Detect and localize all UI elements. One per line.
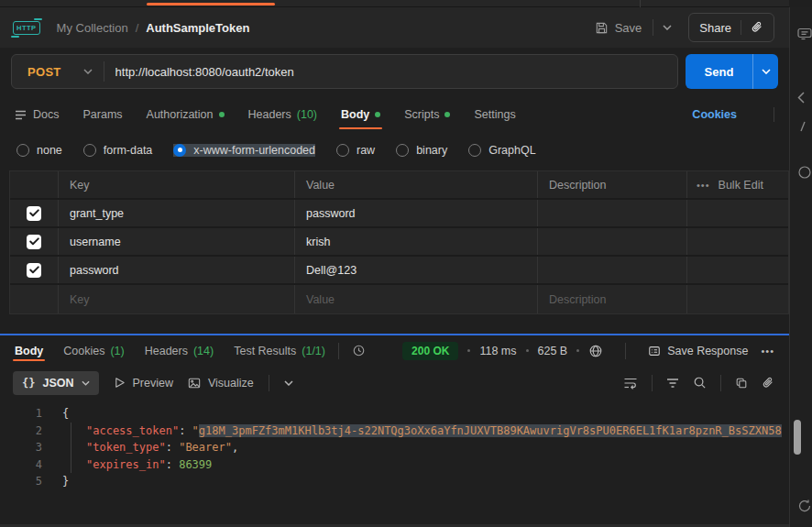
url-bar: POST Send [0,48,789,95]
radio-icon [336,144,349,157]
share-link-icon [751,21,763,34]
format-selector[interactable]: {} JSON [13,371,99,395]
cell-value[interactable]: krish [294,228,537,255]
cell-value[interactable]: Dell@123 [294,257,537,283]
response-tab-cookies[interactable]: Cookies(1) [63,335,124,366]
cell-description[interactable] [537,200,686,226]
network-globe-icon[interactable] [588,344,603,358]
request-tabs: ParamsAuthorizationHeaders(10)BodyScript… [82,95,515,134]
tab-authorization[interactable]: Authorization [147,95,225,134]
tab-count-badge: (1) [110,345,124,357]
response-tabs-divider [338,343,339,359]
tab-strip[interactable] [0,0,789,7]
image-icon [188,377,201,390]
cell-key[interactable]: grant_type [58,200,294,226]
tab-docs[interactable]: Docs [15,108,59,121]
tab-label: Body [341,108,369,121]
send-label[interactable]: Send [686,54,752,89]
visualize-button[interactable]: Visualize [188,377,254,390]
tab-label: Body [15,345,43,357]
more-views-chevron[interactable] [284,380,293,386]
tab-scripts[interactable]: Scripts [404,95,450,134]
response-tab-test-results[interactable]: Test Results(1/1) [234,335,325,366]
send-options-chevron[interactable] [752,54,778,89]
info-circle-icon[interactable] [797,165,812,180]
tab-count-badge: (10) [297,108,317,121]
checkbox-checked[interactable] [27,263,41,278]
share-button[interactable]: Share [688,13,774,42]
radio-icon [16,144,29,157]
tab-headers[interactable]: Headers(10) [248,95,317,134]
header-checkbox-cell [10,171,58,198]
cell-key-placeholder[interactable]: Key [58,285,294,313]
link-icon[interactable] [762,377,774,390]
send-button[interactable]: Send [686,54,778,89]
tab-label: Cookies [63,345,104,357]
radio-icon [396,144,409,157]
cell-description[interactable] [537,257,686,283]
form-row-password: passwordDell@123 [10,257,788,285]
response-more-icon[interactable]: ••• [761,346,774,357]
save-options-chevron[interactable] [653,19,681,36]
body-type-x-www-form-urlencoded[interactable]: x-www-form-urlencoded [173,144,315,157]
collapse-pane-icon[interactable] [797,92,805,104]
cell-description-placeholder[interactable]: Description [537,285,686,313]
copy-icon[interactable] [735,377,748,390]
cell-value[interactable]: password [294,200,537,226]
request-header: HTTP My Collection / AuthSampleToken Sav… [0,7,789,48]
row-checkbox-cell [10,200,58,226]
response-size[interactable]: 625 B [538,345,568,357]
status-badge[interactable]: 200 OK [402,342,458,360]
body-type-form-data[interactable]: form-data [83,144,153,157]
cookies-link[interactable]: Cookies [692,108,737,121]
filter-lines-icon[interactable] [666,378,679,389]
save-button[interactable]: Save [595,21,642,35]
line-content: } [62,473,69,490]
save-response-button[interactable]: Save Response [648,345,748,357]
cell-key[interactable]: password [58,257,294,283]
url-field[interactable] [104,65,677,79]
tab-settings[interactable]: Settings [474,95,515,134]
search-icon[interactable] [693,376,707,390]
code-snippet-icon[interactable] [797,121,808,132]
save-icon [595,21,609,35]
more-horizontal-icon: ••• [697,180,710,191]
breadcrumb-collection[interactable]: My Collection [57,21,128,35]
body-type-selector: noneform-datax-www-form-urlencodedrawbin… [0,134,789,166]
comments-icon[interactable] [797,27,812,40]
cell-description[interactable] [537,228,686,255]
toolbar-divider [269,375,269,391]
line-number: 2 [0,423,42,440]
docs-label: Docs [33,108,59,121]
modified-dot-icon [444,112,450,117]
cell-end [686,200,788,226]
body-type-graphql[interactable]: GraphQL [468,144,535,157]
form-row-placeholder: KeyValueDescription [10,285,788,313]
response-time[interactable]: 118 ms [479,345,516,357]
body-type-none[interactable]: none [16,144,62,157]
cell-key[interactable]: username [58,228,294,255]
radio-label: binary [416,144,447,157]
radio-label: raw [357,144,375,157]
history-clock-icon[interactable] [352,344,366,357]
breadcrumb-request-name[interactable]: AuthSampleToken [146,21,249,35]
body-type-raw[interactable]: raw [336,144,375,157]
body-type-binary[interactable]: binary [396,144,447,157]
method-selector[interactable]: POST [12,55,104,88]
wrap-text-icon[interactable] [623,377,638,390]
scrollbar-thumb[interactable] [794,420,801,455]
preview-button[interactable]: Preview [114,377,173,390]
tab-label: Settings [474,108,515,121]
refresh-circle-icon[interactable] [797,499,812,513]
tab-body[interactable]: Body [341,95,380,134]
tab-params[interactable]: Params [82,95,122,134]
response-tab-body[interactable]: Body [15,335,43,366]
response-tab-headers[interactable]: Headers(14) [145,335,214,366]
response-body-editor[interactable]: 1{2"access_token": "g18M_3pmFZf3mM1KHlb3… [0,400,789,527]
checkbox-checked[interactable] [27,235,41,249]
bulk-edit-button[interactable]: ••• Bulk Edit [686,171,788,198]
line-number: 5 [0,473,42,490]
line-number: 3 [0,439,42,456]
checkbox-checked[interactable] [27,206,41,221]
cell-value-placeholder[interactable]: Value [294,285,537,313]
